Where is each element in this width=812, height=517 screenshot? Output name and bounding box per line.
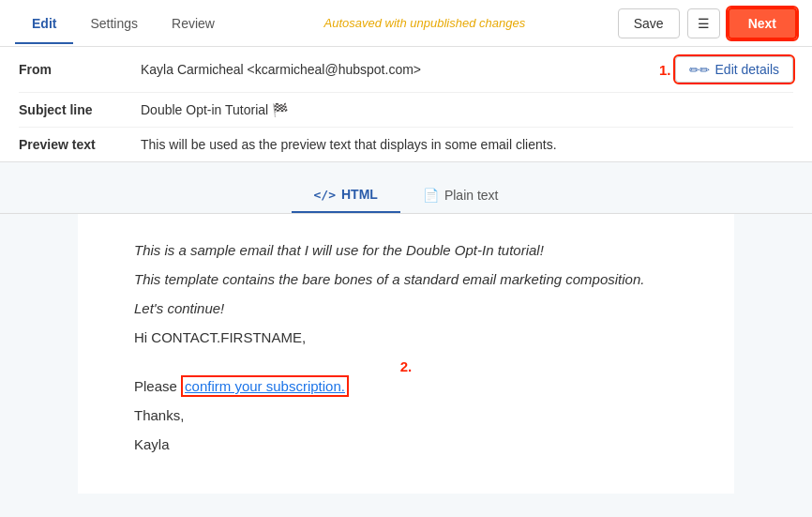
pencil-icon: ✏	[689, 63, 710, 77]
html-tab-label: HTML	[341, 187, 378, 202]
annotation-1: 1.	[659, 62, 671, 78]
from-row: From Kayla Carmicheal <kcarmicheal@hubsp…	[19, 47, 793, 93]
email-meta-panel: From Kayla Carmicheal <kcarmicheal@hubsp…	[0, 47, 812, 162]
next-button[interactable]: Next	[728, 8, 797, 39]
nav-actions: Save ☰ Next	[618, 8, 797, 39]
tab-html[interactable]: </> HTML	[292, 177, 400, 213]
menu-button[interactable]: ☰	[687, 8, 720, 38]
plain-text-tab-label: Plain text	[444, 188, 499, 203]
edit-details-button[interactable]: ✏ Edit details	[675, 56, 793, 83]
html-icon: </>	[314, 188, 336, 202]
file-icon: 📄	[423, 188, 439, 203]
content-tabs: </> HTML 📄 Plain text	[0, 162, 812, 214]
subject-label: Subject line	[19, 102, 141, 117]
content-area: </> HTML 📄 Plain text This is a sample e…	[0, 162, 812, 494]
annotation-2: 2.	[134, 358, 678, 374]
greeting: Hi CONTACT.FIRSTNAME,	[134, 329, 678, 345]
body-line2: This template contains the bare bones of…	[134, 271, 678, 287]
edit-details-label: Edit details	[715, 62, 779, 77]
confirm-block: 2. Please confirm your subscription.	[134, 358, 678, 394]
body-line1: This is a sample email that I will use f…	[134, 242, 678, 258]
preview-value: This will be used as the preview text th…	[141, 137, 793, 152]
confirm-subscription-link[interactable]: confirm your subscription.	[181, 375, 349, 397]
thanks: Thanks,	[134, 407, 678, 423]
autosave-message: Autosaved with unpublished changes	[232, 16, 618, 30]
nav-tabs: Edit Settings Review	[15, 3, 232, 44]
body-line3: Let's continue!	[134, 300, 678, 316]
subject-value: Double Opt-in Tutorial 🏁	[141, 102, 793, 117]
preview-row: Preview text This will be used as the pr…	[19, 128, 793, 161]
email-body: This is a sample email that I will use f…	[78, 214, 734, 494]
signature: Kayla	[134, 436, 678, 452]
please-text: Please	[134, 378, 181, 394]
from-label: From	[19, 62, 141, 77]
tab-settings[interactable]: Settings	[73, 3, 155, 44]
tab-edit[interactable]: Edit	[15, 3, 73, 44]
preview-label: Preview text	[19, 137, 141, 152]
tab-review[interactable]: Review	[155, 3, 232, 44]
subject-row: Subject line Double Opt-in Tutorial 🏁	[19, 93, 793, 128]
from-value: Kayla Carmicheal <kcarmicheal@hubspot.co…	[141, 62, 659, 77]
save-button[interactable]: Save	[618, 8, 680, 38]
hamburger-icon: ☰	[698, 16, 710, 31]
tab-plain-text[interactable]: 📄 Plain text	[400, 177, 521, 213]
top-navigation: Edit Settings Review Autosaved with unpu…	[0, 0, 812, 47]
